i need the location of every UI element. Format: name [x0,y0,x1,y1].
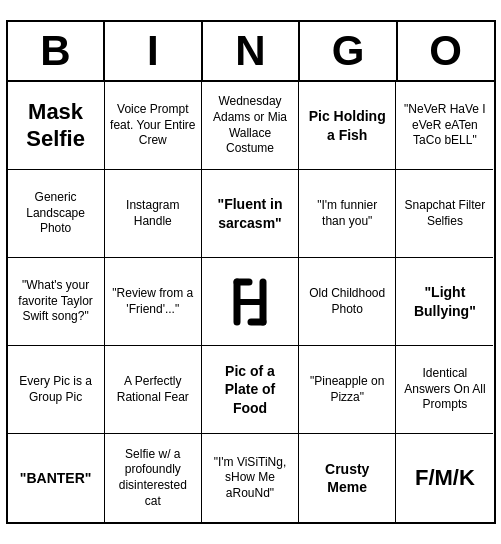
header-letter-b: B [8,22,106,80]
bingo-grid: Mask SelfieVoice Prompt feat. Your Entir… [8,82,494,522]
cell-r5c2[interactable]: Selfie w/ a profoundly disinterested cat [105,434,202,522]
cell-r3c3[interactable] [202,258,299,346]
cell-r3c2[interactable]: "Review from a 'Friend'..." [105,258,202,346]
cell-text-r2c4: "I'm funnier than you" [304,198,390,229]
cell-r2c4[interactable]: "I'm funnier than you" [299,170,396,258]
cell-text-r4c1: Every Pic is a Group Pic [13,374,99,405]
cell-r2c1[interactable]: Generic Landscape Photo [8,170,105,258]
cell-r3c1[interactable]: "What's your favorite Taylor Swift song?… [8,258,105,346]
cell-text-r5c3: "I'm ViSiTiNg, sHow Me aRouNd" [207,455,293,502]
cell-text-r1c5: "NeVeR HaVe I eVeR eATen TaCo bELL" [401,102,488,149]
cell-r5c5[interactable]: F/M/K [396,434,493,522]
cell-r4c4[interactable]: "Pineapple on Pizza" [299,346,396,434]
cell-r1c1[interactable]: Mask Selfie [8,82,105,170]
cell-r4c1[interactable]: Every Pic is a Group Pic [8,346,105,434]
cell-text-r3c2: "Review from a 'Friend'..." [110,286,196,317]
bingo-header: BINGO [8,22,494,82]
cell-r2c2[interactable]: Instagram Handle [105,170,202,258]
cell-r1c4[interactable]: Pic Holding a Fish [299,82,396,170]
cell-text-r1c2: Voice Prompt feat. Your Entire Crew [110,102,196,149]
header-letter-g: G [300,22,398,80]
cell-r4c3[interactable]: Pic of a Plate of Food [202,346,299,434]
cell-text-r3c1: "What's your favorite Taylor Swift song?… [13,278,99,325]
cell-text-r2c3: "Fluent in sarcasm" [207,195,293,231]
cell-text-r2c2: Instagram Handle [110,198,196,229]
cell-text-r1c1: Mask Selfie [13,99,99,152]
header-letter-i: I [105,22,203,80]
cell-text-r1c4: Pic Holding a Fish [304,107,390,143]
cell-r5c1[interactable]: "BANTER" [8,434,105,522]
cell-r3c4[interactable]: Old Childhood Photo [299,258,396,346]
cell-text-r5c4: Crusty Meme [304,460,390,496]
cell-r5c4[interactable]: Crusty Meme [299,434,396,522]
cell-r1c2[interactable]: Voice Prompt feat. Your Entire Crew [105,82,202,170]
cell-text-r3c4: Old Childhood Photo [304,286,390,317]
header-letter-n: N [203,22,301,80]
cell-r4c5[interactable]: Identical Answers On All Prompts [396,346,493,434]
cell-r2c5[interactable]: Snapchat Filter Selfies [396,170,493,258]
cell-text-r4c4: "Pineapple on Pizza" [304,374,390,405]
bingo-card: BINGO Mask SelfieVoice Prompt feat. Your… [6,20,496,524]
cell-text-r2c1: Generic Landscape Photo [13,190,99,237]
cell-r2c3[interactable]: "Fluent in sarcasm" [202,170,299,258]
cell-text-r5c1: "BANTER" [20,469,92,487]
cell-text-r4c3: Pic of a Plate of Food [207,362,293,417]
cell-r5c3[interactable]: "I'm ViSiTiNg, sHow Me aRouNd" [202,434,299,522]
cell-r1c5[interactable]: "NeVeR HaVe I eVeR eATen TaCo bELL" [396,82,493,170]
cell-r3c5[interactable]: "Light Bullying" [396,258,493,346]
cell-text-r1c3: Wednesday Adams or Mia Wallace Costume [207,94,293,156]
cell-text-r5c2: Selfie w/ a profoundly disinterested cat [110,447,196,509]
cell-text-r2c5: Snapchat Filter Selfies [401,198,488,229]
cell-r4c2[interactable]: A Perfectly Rational Fear [105,346,202,434]
header-letter-o: O [398,22,494,80]
cell-text-r3c5: "Light Bullying" [401,283,488,319]
cell-r1c3[interactable]: Wednesday Adams or Mia Wallace Costume [202,82,299,170]
cell-text-r4c2: A Perfectly Rational Fear [110,374,196,405]
cell-text-r4c5: Identical Answers On All Prompts [401,366,488,413]
cell-text-r5c5: F/M/K [415,465,475,491]
